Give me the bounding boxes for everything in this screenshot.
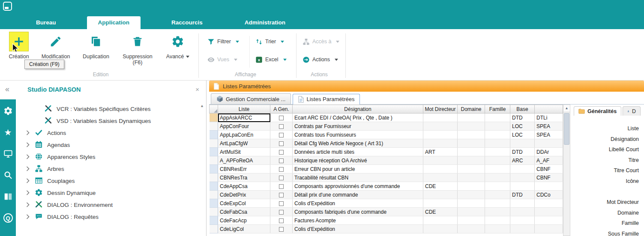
settings-gear-icon[interactable] [3, 105, 14, 117]
cell-famille[interactable] [485, 182, 510, 191]
cell-designation[interactable]: Contrats par Fournisseur [293, 122, 423, 131]
tab-listes-parametrees[interactable]: Listes Paramétrées [293, 94, 360, 105]
favorites-star-icon[interactable]: ★ [3, 127, 14, 138]
table-row[interactable]: CdeLigCol Colis d'Expédition [210, 225, 563, 233]
scroll-up-icon[interactable]: ▲ [200, 104, 204, 108]
tree-item-apparences-styles[interactable]: Apparences Styles [16, 151, 206, 163]
column-header-designation[interactable]: Désignation [293, 105, 423, 114]
cell-mot-directeur[interactable] [423, 225, 458, 233]
actions-button[interactable]: Actions [303, 55, 338, 64]
cell-extra[interactable] [535, 225, 563, 233]
tree-item-agendas[interactable]: Agendas [16, 139, 206, 151]
cell-liste[interactable]: CdeFacAcp [218, 216, 270, 225]
chevron-right-icon[interactable] [26, 130, 33, 135]
app-icon[interactable] [3, 2, 12, 11]
cell-base[interactable]: DTD [510, 114, 535, 122]
chevron-right-icon[interactable] [26, 142, 33, 147]
cell-famille[interactable] [485, 122, 510, 131]
table-vertical-scrollbar[interactable]: ▲ [563, 105, 570, 236]
cell-domaine[interactable] [458, 216, 485, 225]
cell-extra[interactable] [535, 139, 563, 148]
ribbon-tab-raccourcis[interactable]: Raccourcis [160, 16, 214, 29]
row-selector-cell[interactable] [210, 182, 218, 191]
cell-famille[interactable] [485, 131, 510, 139]
row-selector-cell[interactable] [210, 199, 218, 208]
cell-liste[interactable]: AppConFour [218, 122, 270, 131]
query-icon[interactable]: Q [3, 212, 14, 224]
cell-extra[interactable] [535, 208, 563, 216]
cell-liste[interactable]: AppLpaConEn [218, 131, 270, 139]
cell-famille[interactable] [485, 165, 510, 173]
cell-mot-directeur[interactable] [423, 131, 458, 139]
cell-designation[interactable]: Composants approvisionnés d'une commande [293, 182, 423, 191]
cell-domaine[interactable] [458, 165, 485, 173]
cell-mot-directeur[interactable] [423, 122, 458, 131]
cell-base[interactable]: DTD [510, 191, 535, 199]
cell-base[interactable] [510, 139, 535, 148]
cell-designation[interactable]: Composants fabriqués d'une commande [293, 208, 423, 216]
a-gen-checkbox[interactable] [279, 150, 284, 155]
a-gen-checkbox[interactable] [279, 176, 284, 180]
columns-icon[interactable] [3, 191, 14, 202]
cell-mot-directeur[interactable] [423, 191, 458, 199]
cell-designation[interactable]: Ecart ARC EDI / CdeOA( Prix , Qte , Date… [293, 114, 423, 122]
cell-famille[interactable] [485, 173, 510, 182]
cell-base[interactable] [510, 216, 535, 225]
cell-mot-directeur[interactable]: ART [423, 148, 458, 156]
cell-extra[interactable]: SPEA [535, 122, 563, 131]
a-gen-checkbox[interactable] [279, 218, 284, 223]
trier-button[interactable]: Trier [255, 37, 284, 46]
ribbon-tab-administration[interactable]: Administration [234, 16, 297, 29]
table-row[interactable]: AppConFour Contrats par Fournisseur LOC … [210, 122, 563, 131]
cell-base[interactable] [510, 199, 535, 208]
scroll-up-button[interactable]: ▲ [563, 105, 570, 112]
cell-mot-directeur[interactable] [423, 114, 458, 122]
column-header-a-gen[interactable]: A Gen. [270, 105, 293, 114]
cell-extra[interactable]: DTLi [535, 114, 563, 122]
cell-extra[interactable]: CBNF [535, 165, 563, 173]
acces-a-button[interactable]: Accès à [303, 37, 339, 46]
a-gen-checkbox[interactable] [279, 193, 284, 197]
cell-liste[interactable]: ArtMulSit [218, 148, 270, 156]
table-row[interactable]: CdeFabCsa Composants fabriqués d'une com… [210, 208, 563, 216]
cell-domaine[interactable] [458, 131, 485, 139]
cell-extra[interactable] [535, 216, 563, 225]
cell-designation[interactable]: Tracabilité résultat CBN [293, 173, 423, 182]
row-selector-cell[interactable] [210, 122, 218, 131]
search-icon[interactable] [3, 170, 14, 181]
a-gen-checkbox[interactable] [279, 158, 284, 163]
a-gen-checkbox[interactable] [279, 167, 284, 172]
cell-domaine[interactable] [458, 139, 485, 148]
tree-item-actions[interactable]: Actions [16, 127, 206, 139]
row-selector-cell[interactable] [210, 139, 218, 148]
cell-base[interactable] [510, 165, 535, 173]
cell-domaine[interactable] [458, 182, 485, 191]
cell-liste[interactable]: ArtLpaCfgW [218, 139, 270, 148]
cell-liste[interactable]: AppAskARCC [218, 114, 270, 122]
cell-domaine[interactable] [458, 156, 485, 165]
cell-domaine[interactable] [458, 225, 485, 233]
ribbon-tab-application[interactable]: Application [87, 16, 141, 29]
a-gen-checkbox[interactable] [279, 124, 284, 129]
cell-designation[interactable]: Erreur CBN pour un article [293, 165, 423, 173]
cell-liste[interactable]: CdeDetPrix [218, 191, 270, 199]
filtrer-button[interactable]: Filtrer [207, 37, 239, 46]
cell-designation[interactable]: Détail prix d'une commande [293, 191, 423, 199]
a-gen-checkbox[interactable] [279, 210, 284, 215]
cell-designation[interactable]: Historique réception OA Archivé [293, 156, 423, 165]
row-selector-cell[interactable] [210, 208, 218, 216]
cell-extra[interactable]: CBNF [535, 173, 563, 182]
a-gen-checkbox[interactable] [279, 227, 284, 232]
a-gen-checkbox[interactable] [279, 116, 284, 120]
cell-base[interactable]: DTD [510, 148, 535, 156]
modification-button[interactable]: Modification [36, 32, 75, 60]
cell-extra[interactable] [535, 182, 563, 191]
excel-button[interactable]: x Excel [255, 55, 287, 64]
chevron-right-icon[interactable] [26, 166, 33, 171]
cell-extra[interactable]: DDAr [535, 148, 563, 156]
row-selector-cell[interactable] [210, 131, 218, 139]
chevron-right-icon[interactable] [26, 154, 33, 159]
cell-liste[interactable]: CBNResTra [218, 173, 270, 182]
cell-base[interactable]: LOC [510, 131, 535, 139]
cell-base[interactable] [510, 182, 535, 191]
